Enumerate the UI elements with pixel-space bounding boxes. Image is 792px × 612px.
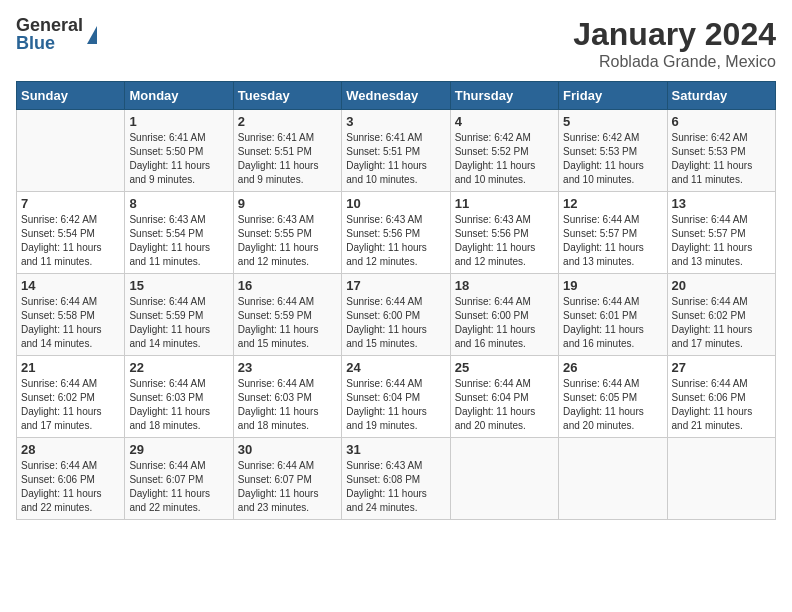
date-number: 18 (455, 278, 554, 293)
calendar-cell: 14Sunrise: 6:44 AM Sunset: 5:58 PM Dayli… (17, 274, 125, 356)
calendar-week-1: 1Sunrise: 6:41 AM Sunset: 5:50 PM Daylig… (17, 110, 776, 192)
cell-info: Sunrise: 6:44 AM Sunset: 6:06 PM Dayligh… (21, 459, 120, 515)
calendar-cell: 27Sunrise: 6:44 AM Sunset: 6:06 PM Dayli… (667, 356, 775, 438)
cell-info: Sunrise: 6:41 AM Sunset: 5:51 PM Dayligh… (346, 131, 445, 187)
date-number: 6 (672, 114, 771, 129)
calendar-cell: 29Sunrise: 6:44 AM Sunset: 6:07 PM Dayli… (125, 438, 233, 520)
cell-info: Sunrise: 6:43 AM Sunset: 5:54 PM Dayligh… (129, 213, 228, 269)
calendar-cell: 2Sunrise: 6:41 AM Sunset: 5:51 PM Daylig… (233, 110, 341, 192)
cell-info: Sunrise: 6:44 AM Sunset: 6:02 PM Dayligh… (672, 295, 771, 351)
calendar-cell: 11Sunrise: 6:43 AM Sunset: 5:56 PM Dayli… (450, 192, 558, 274)
date-number: 16 (238, 278, 337, 293)
date-number: 15 (129, 278, 228, 293)
calendar-week-2: 7Sunrise: 6:42 AM Sunset: 5:54 PM Daylig… (17, 192, 776, 274)
date-number: 1 (129, 114, 228, 129)
date-number: 20 (672, 278, 771, 293)
calendar-cell (667, 438, 775, 520)
cell-info: Sunrise: 6:44 AM Sunset: 6:00 PM Dayligh… (346, 295, 445, 351)
calendar-cell: 25Sunrise: 6:44 AM Sunset: 6:04 PM Dayli… (450, 356, 558, 438)
day-header-saturday: Saturday (667, 82, 775, 110)
cell-info: Sunrise: 6:44 AM Sunset: 6:06 PM Dayligh… (672, 377, 771, 433)
date-number: 25 (455, 360, 554, 375)
calendar-cell: 28Sunrise: 6:44 AM Sunset: 6:06 PM Dayli… (17, 438, 125, 520)
date-number: 27 (672, 360, 771, 375)
calendar-header-row: SundayMondayTuesdayWednesdayThursdayFrid… (17, 82, 776, 110)
cell-info: Sunrise: 6:42 AM Sunset: 5:52 PM Dayligh… (455, 131, 554, 187)
logo-blue: Blue (16, 34, 83, 52)
page-header: General Blue January 2024 Roblada Grande… (16, 16, 776, 71)
cell-info: Sunrise: 6:42 AM Sunset: 5:53 PM Dayligh… (563, 131, 662, 187)
calendar-cell: 7Sunrise: 6:42 AM Sunset: 5:54 PM Daylig… (17, 192, 125, 274)
cell-info: Sunrise: 6:44 AM Sunset: 6:04 PM Dayligh… (346, 377, 445, 433)
cell-info: Sunrise: 6:41 AM Sunset: 5:50 PM Dayligh… (129, 131, 228, 187)
cell-info: Sunrise: 6:44 AM Sunset: 6:00 PM Dayligh… (455, 295, 554, 351)
date-number: 14 (21, 278, 120, 293)
calendar-title: January 2024 (573, 16, 776, 53)
day-header-wednesday: Wednesday (342, 82, 450, 110)
calendar-cell: 4Sunrise: 6:42 AM Sunset: 5:52 PM Daylig… (450, 110, 558, 192)
calendar-cell: 5Sunrise: 6:42 AM Sunset: 5:53 PM Daylig… (559, 110, 667, 192)
day-header-thursday: Thursday (450, 82, 558, 110)
calendar-cell: 23Sunrise: 6:44 AM Sunset: 6:03 PM Dayli… (233, 356, 341, 438)
date-number: 21 (21, 360, 120, 375)
day-header-tuesday: Tuesday (233, 82, 341, 110)
cell-info: Sunrise: 6:42 AM Sunset: 5:54 PM Dayligh… (21, 213, 120, 269)
date-number: 2 (238, 114, 337, 129)
cell-info: Sunrise: 6:43 AM Sunset: 5:55 PM Dayligh… (238, 213, 337, 269)
date-number: 30 (238, 442, 337, 457)
cell-info: Sunrise: 6:44 AM Sunset: 5:57 PM Dayligh… (563, 213, 662, 269)
day-header-friday: Friday (559, 82, 667, 110)
date-number: 19 (563, 278, 662, 293)
date-number: 24 (346, 360, 445, 375)
calendar-cell: 17Sunrise: 6:44 AM Sunset: 6:00 PM Dayli… (342, 274, 450, 356)
date-number: 29 (129, 442, 228, 457)
calendar-cell: 18Sunrise: 6:44 AM Sunset: 6:00 PM Dayli… (450, 274, 558, 356)
cell-info: Sunrise: 6:44 AM Sunset: 6:05 PM Dayligh… (563, 377, 662, 433)
date-number: 12 (563, 196, 662, 211)
title-block: January 2024 Roblada Grande, Mexico (573, 16, 776, 71)
date-number: 9 (238, 196, 337, 211)
date-number: 31 (346, 442, 445, 457)
calendar-cell (17, 110, 125, 192)
cell-info: Sunrise: 6:43 AM Sunset: 5:56 PM Dayligh… (346, 213, 445, 269)
cell-info: Sunrise: 6:41 AM Sunset: 5:51 PM Dayligh… (238, 131, 337, 187)
calendar-table: SundayMondayTuesdayWednesdayThursdayFrid… (16, 81, 776, 520)
day-header-sunday: Sunday (17, 82, 125, 110)
calendar-cell: 15Sunrise: 6:44 AM Sunset: 5:59 PM Dayli… (125, 274, 233, 356)
date-number: 17 (346, 278, 445, 293)
cell-info: Sunrise: 6:44 AM Sunset: 5:58 PM Dayligh… (21, 295, 120, 351)
calendar-cell: 19Sunrise: 6:44 AM Sunset: 6:01 PM Dayli… (559, 274, 667, 356)
calendar-body: 1Sunrise: 6:41 AM Sunset: 5:50 PM Daylig… (17, 110, 776, 520)
cell-info: Sunrise: 6:44 AM Sunset: 6:02 PM Dayligh… (21, 377, 120, 433)
date-number: 5 (563, 114, 662, 129)
calendar-cell: 13Sunrise: 6:44 AM Sunset: 5:57 PM Dayli… (667, 192, 775, 274)
date-number: 13 (672, 196, 771, 211)
calendar-cell (450, 438, 558, 520)
calendar-cell: 8Sunrise: 6:43 AM Sunset: 5:54 PM Daylig… (125, 192, 233, 274)
logo-text: General Blue (16, 16, 83, 52)
calendar-cell: 26Sunrise: 6:44 AM Sunset: 6:05 PM Dayli… (559, 356, 667, 438)
date-number: 3 (346, 114, 445, 129)
cell-info: Sunrise: 6:43 AM Sunset: 6:08 PM Dayligh… (346, 459, 445, 515)
calendar-cell: 20Sunrise: 6:44 AM Sunset: 6:02 PM Dayli… (667, 274, 775, 356)
calendar-cell: 10Sunrise: 6:43 AM Sunset: 5:56 PM Dayli… (342, 192, 450, 274)
calendar-cell: 3Sunrise: 6:41 AM Sunset: 5:51 PM Daylig… (342, 110, 450, 192)
calendar-cell: 12Sunrise: 6:44 AM Sunset: 5:57 PM Dayli… (559, 192, 667, 274)
day-header-monday: Monday (125, 82, 233, 110)
date-number: 8 (129, 196, 228, 211)
calendar-subtitle: Roblada Grande, Mexico (573, 53, 776, 71)
calendar-cell: 1Sunrise: 6:41 AM Sunset: 5:50 PM Daylig… (125, 110, 233, 192)
calendar-cell: 9Sunrise: 6:43 AM Sunset: 5:55 PM Daylig… (233, 192, 341, 274)
calendar-cell: 24Sunrise: 6:44 AM Sunset: 6:04 PM Dayli… (342, 356, 450, 438)
cell-info: Sunrise: 6:44 AM Sunset: 5:59 PM Dayligh… (238, 295, 337, 351)
calendar-week-4: 21Sunrise: 6:44 AM Sunset: 6:02 PM Dayli… (17, 356, 776, 438)
cell-info: Sunrise: 6:44 AM Sunset: 6:04 PM Dayligh… (455, 377, 554, 433)
logo: General Blue (16, 16, 97, 52)
calendar-cell: 21Sunrise: 6:44 AM Sunset: 6:02 PM Dayli… (17, 356, 125, 438)
cell-info: Sunrise: 6:44 AM Sunset: 6:03 PM Dayligh… (129, 377, 228, 433)
cell-info: Sunrise: 6:44 AM Sunset: 6:01 PM Dayligh… (563, 295, 662, 351)
calendar-cell: 31Sunrise: 6:43 AM Sunset: 6:08 PM Dayli… (342, 438, 450, 520)
calendar-cell: 22Sunrise: 6:44 AM Sunset: 6:03 PM Dayli… (125, 356, 233, 438)
date-number: 7 (21, 196, 120, 211)
calendar-cell (559, 438, 667, 520)
